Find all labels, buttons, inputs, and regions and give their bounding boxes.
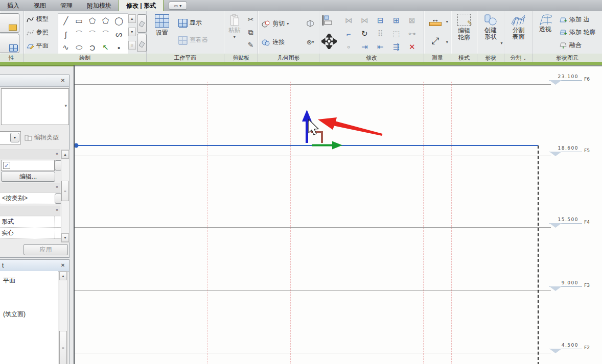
properties-scrollbar[interactable]: ▲ ≡ ▼	[61, 150, 70, 242]
ribbon-tab-附加模块[interactable]: 附加模块	[80, 0, 119, 11]
draw-tool-tangent-end-arc[interactable]: ⌒	[100, 28, 112, 40]
edit-profile-button[interactable]: ✎ 编辑轮廓	[454, 14, 474, 41]
chevron-down-icon[interactable]: ▾	[446, 40, 448, 44]
measure-along-element-button[interactable]: ⤢	[427, 34, 444, 48]
move-button[interactable]	[320, 33, 338, 50]
ribbon-tab-管理[interactable]: 管理	[53, 0, 80, 11]
clipboard-tool-cut[interactable]: ✂	[245, 13, 257, 26]
browser-scrollbar[interactable]: ▲ ≡	[59, 271, 67, 364]
measure-between-refs-button[interactable]: ↔	[426, 14, 445, 29]
draw-tool-spline-through-points[interactable]: ᔕ	[113, 28, 125, 40]
add-edge-button[interactable]: + 添加 边	[559, 15, 589, 24]
add-edge-icon: +	[559, 16, 567, 23]
edit-type-button[interactable]: 编辑类型	[25, 133, 59, 142]
ribbon-tab-视图[interactable]: 视图	[27, 0, 53, 11]
join-geometry-button[interactable]: 连接	[261, 38, 285, 46]
gizmo-x-arrow[interactable]	[312, 141, 342, 150]
edit-button[interactable]: 编辑...	[1, 172, 55, 182]
draw-tool-center-ends-arc[interactable]: ⌒	[73, 28, 85, 40]
modify-tool-delete[interactable]: ✕	[405, 41, 419, 53]
work-plane-grid-icon	[155, 14, 169, 28]
line-endpoint-handle[interactable]	[75, 143, 79, 148]
modify-tool-trim-extend-corner[interactable]: ⇥	[358, 41, 371, 53]
draw-on-face-button[interactable]	[137, 14, 147, 33]
draw-tool-start-end-radius-arc[interactable]: ⌒	[86, 28, 99, 40]
modify-tool-trim-extend-multiple[interactable]: ⇶	[389, 41, 403, 53]
modify-tool-rotate[interactable]: ↻	[358, 28, 371, 40]
gallery-scroll-up[interactable]: ▲	[128, 14, 136, 23]
drawing-canvas[interactable]: 23.100F618.600F515.500F49.000F34.500F2	[75, 65, 602, 364]
add-profile-button[interactable]: + 添加 轮廓	[559, 28, 595, 37]
ribbon-tab-active[interactable]: 修改 | 形式	[119, 0, 164, 11]
apply-button[interactable]: 应用	[24, 244, 68, 255]
properties-partial-button-bottom[interactable]	[0, 34, 19, 53]
paste-button[interactable]: 粘贴 ▾	[226, 14, 243, 40]
properties-partial-button-top[interactable]	[0, 13, 19, 33]
scroll-up-icon[interactable]: ▲	[61, 150, 69, 159]
draw-tool-pick-lines[interactable]: ↖	[100, 41, 112, 54]
draw-tool-fillet-arc[interactable]: ʃ	[60, 28, 72, 40]
draw-plane-button[interactable]: 平面	[26, 41, 49, 50]
panel-launcher-icon[interactable]: ⌄	[523, 56, 526, 61]
scrollbar-thumb[interactable]: ≡	[59, 331, 67, 364]
instance-group-header[interactable]: «	[0, 150, 60, 159]
parameter-row-实心[interactable]: 实心	[0, 228, 62, 239]
close-icon[interactable]: ✕	[59, 261, 67, 269]
draw-tool-circumscribed-polygon[interactable]: ⬠	[100, 15, 112, 27]
draw-tool-partial-ellipse[interactable]: Ɔ	[86, 41, 99, 54]
draw-tool-ellipse[interactable]: ⬭	[73, 41, 85, 54]
clipboard-tool-copy[interactable]: ⧉	[245, 26, 257, 38]
modify-tool-mirror-draw-axis[interactable]: ⋈	[358, 14, 371, 27]
close-icon[interactable]: ✕	[59, 77, 67, 84]
checkbox-checked-icon[interactable]: ✓	[3, 162, 10, 169]
chevron-down-icon[interactable]: ▾	[446, 19, 448, 24]
modify-tool-split-with-gap[interactable]: ⊞	[389, 14, 403, 27]
draw-reference-button[interactable]: 参照	[26, 28, 49, 37]
draw-on-plane-button[interactable]	[137, 34, 147, 52]
modify-tool-split-element[interactable]: ⊟	[374, 14, 387, 27]
create-form-button[interactable]: 创建形状	[480, 14, 501, 40]
draw-model-button[interactable]: 模型	[26, 15, 49, 23]
draw-tool-circle[interactable]: ◯	[113, 15, 125, 27]
clipboard-tool-match-type[interactable]: ✎	[245, 39, 257, 51]
materials-group-header[interactable]: «	[0, 183, 60, 192]
modify-tool-trim-extend-single[interactable]: ⇤	[374, 41, 387, 53]
draw-tool-inscribed-polygon[interactable]: ⬠	[86, 15, 99, 27]
gallery-expand[interactable]: ⍗	[128, 41, 136, 50]
show-work-plane-button[interactable]: 显示	[178, 18, 202, 27]
modify-tool-offset[interactable]: ⌐	[342, 28, 355, 40]
align-button[interactable]	[321, 14, 334, 27]
chevron-down-icon[interactable]: ▾	[500, 41, 502, 45]
viewer-button[interactable]: 查看器	[178, 36, 208, 44]
gallery-scroll-down[interactable]: ▼	[128, 28, 136, 36]
wall-by-face-button[interactable]	[304, 17, 316, 30]
dissolve-button[interactable]: 融合	[559, 41, 582, 50]
modify-tool-unjoin[interactable]: ⊠	[405, 14, 419, 27]
scroll-up-icon[interactable]: ▲	[59, 272, 67, 280]
parameter-row-形式[interactable]: 形式	[0, 216, 62, 228]
modify-tool-array[interactable]: ⠿	[374, 28, 387, 40]
type-selector[interactable]: ▾	[1, 88, 69, 125]
browser-item-(筑立面)[interactable]: (筑立面)	[3, 310, 26, 319]
identity-group-header[interactable]: «	[0, 206, 60, 215]
modify-tool-pin[interactable]: ⊶	[405, 28, 419, 40]
modify-tool-trim-corner[interactable]: ∘	[342, 41, 355, 53]
draw-tool-point[interactable]: •	[113, 41, 125, 54]
demolish-button[interactable]: ⊗▾	[304, 36, 316, 48]
ribbon-tab-插入[interactable]: 插入	[0, 0, 27, 11]
divide-surface-button[interactable]: 分割表面	[508, 14, 528, 40]
ribbon-display-toggle[interactable]: ▭ ▾	[169, 2, 187, 10]
modify-tool-scale[interactable]: ⬚	[389, 28, 403, 40]
browser-item-平面[interactable]: 平面	[3, 276, 15, 285]
scrollbar-thumb[interactable]: ≡	[61, 181, 69, 201]
scroll-down-icon[interactable]: ▼	[61, 233, 69, 242]
draw-tool-rectangle[interactable]: ▭	[73, 15, 85, 27]
by-category-value[interactable]: <按类别>	[0, 193, 56, 204]
search-combo[interactable]: ▾	[0, 131, 21, 144]
modify-tool-mirror-pick-axis[interactable]: ⋈	[342, 14, 355, 27]
draw-tool-line[interactable]: ╱	[60, 15, 72, 27]
xray-button[interactable]: 透视	[535, 14, 556, 33]
draw-tool-spline[interactable]: ∿	[60, 41, 72, 54]
set-work-plane-button[interactable]: 设置	[151, 14, 173, 36]
cut-geometry-button[interactable]: 剪切 ▾	[261, 19, 289, 28]
